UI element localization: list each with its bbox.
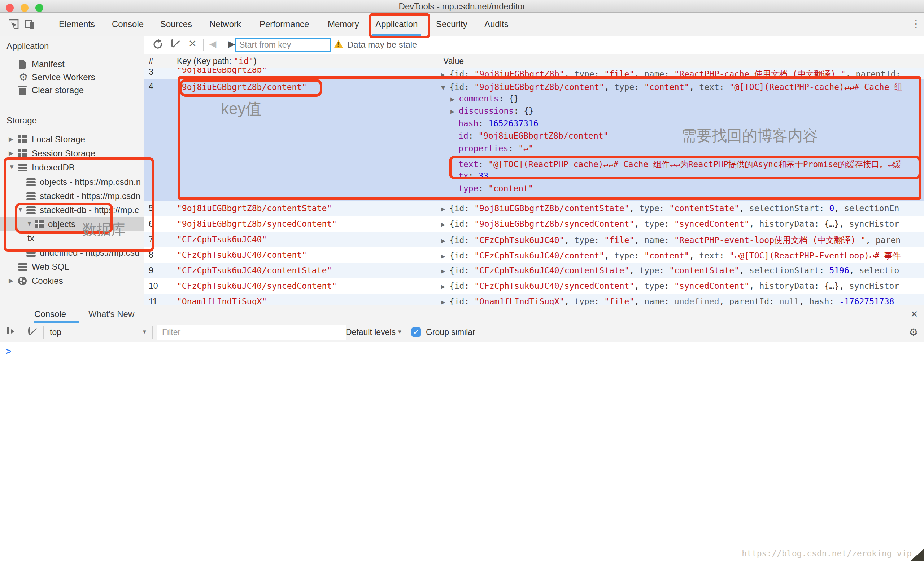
value-segment: "CFzCphTsuk6uJC40" xyxy=(474,236,564,245)
table-row-3[interactable]: 3"9oj8iuEGBbgrtZ8b"▶ {id: "9oj8iuEGBbgrt… xyxy=(144,68,924,79)
value-preview[interactable]: ▶ {id: "Onam1fLIndTiSuqX", type: "file",… xyxy=(441,297,894,304)
expand-arrow-icon[interactable]: ▶ xyxy=(9,150,14,157)
levels-arrow-icon[interactable]: ▼ xyxy=(397,328,402,334)
gear-icon: ⚙ xyxy=(19,73,28,82)
table-row-6[interactable]: 6"9oj8iuEGBbgrtZ8b/syncedContent"▶ {id: … xyxy=(144,216,924,232)
value-segment: : xyxy=(464,219,474,228)
value-tree-line[interactable]: hash: 1652637316 xyxy=(458,119,538,128)
tab-network[interactable]: Network xyxy=(209,19,241,29)
device-toolbar-icon[interactable] xyxy=(24,18,35,30)
value-tree-line[interactable]: properties: "↵" xyxy=(458,144,534,153)
context-selector[interactable]: top xyxy=(50,327,62,337)
watermark-url: https://blog.csdn.net/zeroking_vip xyxy=(742,549,912,558)
collapse-arrow-icon[interactable]: ▼ xyxy=(26,220,33,227)
tree-item-indexeddb[interactable]: ▼IndexedDB xyxy=(0,160,144,175)
main-menu-dots-icon[interactable]: ⋮ xyxy=(911,18,921,30)
table-row-7[interactable]: 7"CFzCphTsuk6uJC40"▶ {id: "CFzCphTsuk6uJ… xyxy=(144,232,924,247)
tree-item-stackedit[interactable]: stackedit - https://mp.csdn xyxy=(0,189,144,203)
table-row-8[interactable]: 8"CFzCphTsuk6uJC40/content"▶ {id: "CFzCp… xyxy=(144,247,924,263)
collapse-arrow-icon[interactable]: ▼ xyxy=(9,164,15,171)
expand-arrow-icon[interactable]: ▶ xyxy=(9,135,14,143)
start-from-key-input[interactable]: Start from key xyxy=(235,38,332,52)
value-segment: { xyxy=(449,236,454,245)
console-filter-input[interactable]: Filter xyxy=(157,325,346,340)
default-levels-dropdown[interactable]: Default levels xyxy=(346,327,396,337)
tab-application[interactable]: Application xyxy=(375,19,418,29)
value-tree-line[interactable]: text: "@[TOC](ReactPHP-cache)↵↵# Cache 组… xyxy=(458,159,901,170)
inspect-element-icon[interactable] xyxy=(8,18,20,30)
tab-sources[interactable]: Sources xyxy=(160,19,192,29)
value-segment: { xyxy=(449,204,454,213)
column-header-number[interactable]: # xyxy=(149,56,153,66)
tree-item-stackedit-db[interactable]: ▼stackedit-db - https://mp.c xyxy=(0,203,144,218)
console-prompt-chevron[interactable]: > xyxy=(6,346,11,357)
column-separator[interactable] xyxy=(172,54,173,304)
table-row-9[interactable]: 9"CFzCphTsuk6uJC40/contentState"▶ {id: "… xyxy=(144,263,924,278)
expand-arrow-icon[interactable]: ▶ xyxy=(9,277,14,285)
tree-item-undefined[interactable]: undefined - https://mp.csd xyxy=(0,246,144,260)
value-tree-line[interactable]: ▼ {id: "9oj8iuEGBbgrtZ8b/content", type:… xyxy=(441,82,902,93)
value-tree-line[interactable]: ▶ comments: {} xyxy=(450,94,519,103)
previous-page-icon[interactable]: ◀ xyxy=(209,39,216,49)
value-tree-line[interactable]: type: "content" xyxy=(458,184,534,193)
value-segment: : xyxy=(499,94,509,103)
value-segment: : xyxy=(829,297,839,304)
sidebar-item-clear-storage[interactable]: Clear storage xyxy=(0,83,144,98)
column-header-key[interactable]: Key (Key path: "id") xyxy=(177,56,256,66)
next-page-icon[interactable]: ▶ xyxy=(228,39,235,49)
sidebar-item-manifest[interactable]: Manifest xyxy=(0,57,144,72)
value-preview[interactable]: ▶ {id: "9oj8iuEGBbgrtZ8b/contentState", … xyxy=(441,204,899,213)
column-header-value[interactable]: Value xyxy=(443,56,464,66)
value-segment: : xyxy=(594,236,604,245)
tree-item-cookies[interactable]: ▶Cookies xyxy=(0,274,144,288)
row-key: "Onam1fLIndTiSuqX" xyxy=(177,297,267,304)
tab-security[interactable]: Security xyxy=(436,19,467,29)
sidebar-item-service-workers[interactable]: ⚙Service Workers xyxy=(0,70,144,84)
value-preview[interactable]: ▶ {id: "CFzCphTsuk6uJC40/contentState", … xyxy=(441,266,899,275)
console-clear-icon[interactable] xyxy=(28,328,30,334)
clear-object-store-icon[interactable] xyxy=(171,40,173,46)
expand-arrow-icon: ▶ xyxy=(441,237,449,244)
table-row-5[interactable]: 5"9oj8iuEGBbgrtZ8b/contentState"▶ {id: "… xyxy=(144,201,924,216)
value-preview[interactable]: ▶ {id: "CFzCphTsuk6uJC40/syncedContent",… xyxy=(441,281,899,291)
console-settings-gear-icon[interactable]: ⚙ xyxy=(909,326,918,338)
value-tree-line[interactable]: ▶ discussions: {} xyxy=(450,106,534,116)
value-segment: null xyxy=(779,297,799,304)
tab-console[interactable]: Console xyxy=(112,19,144,29)
value-preview[interactable]: ▶ {id: "9oj8iuEGBbgrtZ8b/syncedContent",… xyxy=(441,219,899,228)
drawer-tab-console[interactable]: Console xyxy=(34,309,66,319)
value-tree-line[interactable]: tx: 33 xyxy=(458,171,488,180)
context-selector-arrow-icon[interactable]: ▼ xyxy=(142,328,147,334)
group-similar-checkbox[interactable]: ✓ xyxy=(411,327,421,337)
tab-audits[interactable]: Audits xyxy=(484,19,508,29)
value-preview[interactable]: ▶ {id: "CFzCphTsuk6uJC40/content", type:… xyxy=(441,250,901,261)
row-number: 5 xyxy=(149,204,153,213)
value-segment: : xyxy=(514,106,524,116)
value-segment: type xyxy=(574,236,594,245)
value-tree-line[interactable]: id: "9oj8iuEGBbgrtZ8b/content" xyxy=(458,131,608,140)
value-segment: "9oj8iuEGBbgrtZ8b" xyxy=(474,69,564,79)
tree-item-local[interactable]: ▶Local Storage xyxy=(0,132,144,147)
table-row-11[interactable]: 11"Onam1fLIndTiSuqX"▶ {id: "Onam1fLIndTi… xyxy=(144,294,924,304)
tab-elements[interactable]: Elements xyxy=(59,19,95,29)
value-segment: : xyxy=(464,204,474,213)
console-sidebar-toggle-icon[interactable] xyxy=(7,327,9,334)
value-preview[interactable]: ▶ {id: "9oj8iuEGBbgrtZ8b", type: "file",… xyxy=(441,69,900,79)
table-row-10[interactable]: 10"CFzCphTsuk6uJC40/syncedContent"▶ {id:… xyxy=(144,278,924,294)
close-drawer-icon[interactable]: ✕ xyxy=(910,309,918,320)
value-segment: , xyxy=(604,82,614,92)
drawer-tab-whats-new[interactable]: What's New xyxy=(88,309,134,319)
value-segment: hash xyxy=(458,119,478,128)
tree-item-session[interactable]: ▶Session Storage xyxy=(0,146,144,160)
value-segment: undefined xyxy=(674,297,719,304)
tree-item-objects[interactable]: objects - https://mp.csdn.n xyxy=(0,175,144,189)
delete-selected-icon[interactable]: ✕ xyxy=(188,38,197,50)
tab-performance[interactable]: Performance xyxy=(260,19,309,29)
value-preview[interactable]: ▶ {id: "CFzCphTsuk6uJC40", type: "file",… xyxy=(441,235,900,246)
value-segment: : xyxy=(464,251,474,260)
tab-memory[interactable]: Memory xyxy=(328,19,359,29)
collapse-arrow-icon[interactable]: ▼ xyxy=(17,206,24,213)
sidebar-section-storage: Storage xyxy=(6,116,37,126)
tree-item-web[interactable]: Web SQL xyxy=(0,260,144,274)
refresh-icon[interactable] xyxy=(152,39,163,50)
